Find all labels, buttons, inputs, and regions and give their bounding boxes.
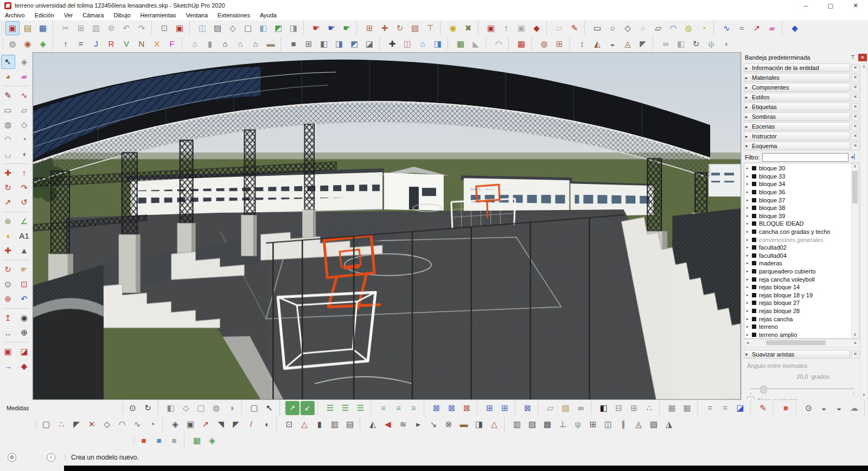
spacing-1-button[interactable]: ≡: [376, 401, 391, 415]
pot-1-button[interactable]: ◒: [817, 401, 831, 415]
sticky-note-button[interactable]: ▱: [552, 21, 566, 35]
plugin-tool-10[interactable]: ▣: [183, 417, 197, 431]
outliner-item-parqueadero-cubierto[interactable]: ▸parqueadero cubierto: [744, 268, 852, 276]
pan-button[interactable]: ☛: [17, 263, 31, 277]
tree-expander-icon[interactable]: ▸: [746, 206, 751, 210]
tree-expander-icon[interactable]: ▸: [746, 269, 751, 273]
tray-section-etiquetas[interactable]: ▸Etiquetas: [744, 103, 850, 111]
shaded-textures-button[interactable]: ◩: [271, 21, 285, 35]
plugin-tool-7[interactable]: ∿: [130, 417, 144, 431]
grid-diag-2-button[interactable]: ⊠: [445, 401, 459, 415]
mirror-tool-button[interactable]: ∞: [659, 37, 673, 51]
tree-expander-icon[interactable]: ▸: [746, 166, 751, 170]
menu-dibujo[interactable]: Dibujo: [108, 11, 135, 20]
tree-expander-icon[interactable]: ▸: [746, 253, 751, 258]
align-edges-2-button[interactable]: ☰: [339, 401, 353, 415]
outliner-hscrollbar[interactable]: ◂ ▸: [744, 339, 859, 347]
scroll-left-icon[interactable]: ◂: [744, 340, 751, 346]
shaded-button[interactable]: ◧: [256, 21, 270, 35]
zoom-selection-button[interactable]: ⊙: [126, 401, 140, 415]
outliner-item-maderas[interactable]: ▸maderas: [744, 259, 852, 268]
red-pencil-button[interactable]: ✎: [756, 401, 770, 415]
pink-eraser-button[interactable]: ▰: [765, 21, 779, 35]
grid-diag-3-button[interactable]: ⊠: [460, 401, 474, 415]
smoove-button[interactable]: ↕: [575, 37, 589, 51]
section-fill-button[interactable]: ⌂: [416, 37, 430, 51]
table-2-button[interactable]: ▦: [680, 401, 694, 415]
rock-mesh-button[interactable]: ◈: [36, 37, 50, 51]
sandbox-scratch-button[interactable]: ⊞: [552, 37, 566, 51]
align-edges-1-button[interactable]: ☰: [323, 401, 337, 415]
tray-section-componentes[interactable]: ▸Componentes: [744, 83, 850, 92]
outliner-item-bloque-38[interactable]: ▸bloque 38: [744, 204, 852, 212]
plugin-tool-1[interactable]: ▢: [39, 417, 53, 431]
plugin-tool-33[interactable]: ⊥: [556, 417, 570, 431]
grass-maker-button[interactable]: ψ: [704, 37, 718, 51]
line-tool-button[interactable]: ✎: [1, 88, 15, 103]
face-style-3-button[interactable]: ▢: [194, 401, 208, 415]
face-style-4-button[interactable]: ◍: [209, 401, 224, 415]
angle-slider[interactable]: [750, 385, 854, 393]
plugin-tool-22[interactable]: ◀: [381, 417, 395, 431]
menu-herramientas[interactable]: Herramientas: [136, 11, 181, 20]
slider-thumb[interactable]: [761, 386, 767, 393]
face-style-5-button[interactable]: ◑: [225, 401, 239, 415]
plugin-tool-14[interactable]: /: [244, 417, 258, 431]
tree-expander-icon[interactable]: ▸: [746, 309, 751, 313]
monochrome-button[interactable]: ◨: [286, 21, 301, 35]
export-layout-button[interactable]: ↑: [499, 21, 513, 35]
xray-style-button[interactable]: ◫: [195, 21, 209, 35]
face-style-2-button[interactable]: ◇: [179, 401, 193, 415]
plugin-tool-36[interactable]: ◫: [601, 417, 615, 431]
section-close-icon[interactable]: ✕: [851, 351, 859, 359]
geolocation-status-icon[interactable]: ◍: [8, 453, 16, 462]
pot-2-button[interactable]: ◒: [832, 401, 846, 415]
home-solid-button[interactable]: ⌂: [218, 37, 232, 51]
layout-gem-button[interactable]: ◆: [529, 21, 544, 35]
house-outline-button[interactable]: ⌂: [248, 37, 263, 51]
info-status-icon[interactable]: i: [47, 453, 55, 462]
section-doc-button[interactable]: ▣: [1, 345, 15, 359]
menu-edicion[interactable]: Edición: [30, 11, 59, 20]
distribute-2-button[interactable]: =: [718, 401, 732, 415]
look-around-button[interactable]: ◉: [17, 311, 31, 325]
orbit-button[interactable]: ↻: [1, 263, 15, 277]
contrast-box-button[interactable]: ◧: [597, 401, 611, 415]
plugin-tool-8[interactable]: ◔: [145, 417, 159, 431]
subtract-solids-button[interactable]: ◨: [332, 37, 346, 51]
pushpull-equal-button[interactable]: =: [74, 37, 88, 51]
tree-expander-icon[interactable]: ▸: [746, 245, 751, 250]
plugin-tool-32[interactable]: ▩: [540, 417, 554, 431]
crowd-tool-button[interactable]: ∴: [642, 401, 656, 415]
freehand-tool-button[interactable]: ∿: [17, 88, 31, 103]
terrain-flatten-button[interactable]: ⊞: [362, 21, 376, 35]
rectangle-tool-button[interactable]: ▭: [1, 103, 15, 117]
terrain-green-2-button[interactable]: ◈: [205, 434, 219, 448]
plugin-tool-31[interactable]: ▨: [525, 417, 539, 431]
box-mode-button[interactable]: ▢: [247, 401, 261, 415]
scroll-right-icon[interactable]: ▸: [852, 340, 859, 346]
scroll-down-icon[interactable]: ∨: [852, 332, 858, 338]
pushpull-x-button[interactable]: X: [150, 37, 164, 51]
pushpull-n-button[interactable]: N: [135, 37, 149, 51]
outliner-item-bloque-34[interactable]: ▸bloque 34: [744, 180, 852, 188]
cut-button[interactable]: ✂: [59, 21, 73, 35]
paint-bucket-button[interactable]: ◕: [1, 69, 15, 84]
move-tool-button[interactable]: ✚: [1, 166, 15, 180]
tray-section-estilos[interactable]: ▸Estilos: [744, 93, 850, 101]
plugin-tool-37[interactable]: ∥: [616, 417, 630, 431]
measure-arrow-button[interactable]: ↗: [750, 21, 764, 35]
plugin-tool-19[interactable]: ▥: [328, 417, 342, 431]
three-d-text-button[interactable]: ▲: [17, 244, 31, 258]
vertex-pull-red-button[interactable]: ☛: [309, 21, 323, 35]
style-gem-button[interactable]: ◆: [17, 359, 31, 373]
binoculars-button[interactable]: ∞: [574, 401, 588, 415]
section-close-icon[interactable]: ✕: [851, 84, 859, 92]
drape-button[interactable]: ◒: [605, 37, 620, 51]
leaf-tool-button[interactable]: ◗: [719, 37, 733, 51]
paint-back-blue-button[interactable]: ■: [152, 434, 166, 448]
eraser-tool-button[interactable]: ▰: [17, 69, 31, 84]
sketch-note-button[interactable]: ✎: [567, 21, 582, 35]
grid-diag-1-button[interactable]: ⊠: [430, 401, 444, 415]
house-roof-button[interactable]: ⌂: [233, 37, 247, 51]
